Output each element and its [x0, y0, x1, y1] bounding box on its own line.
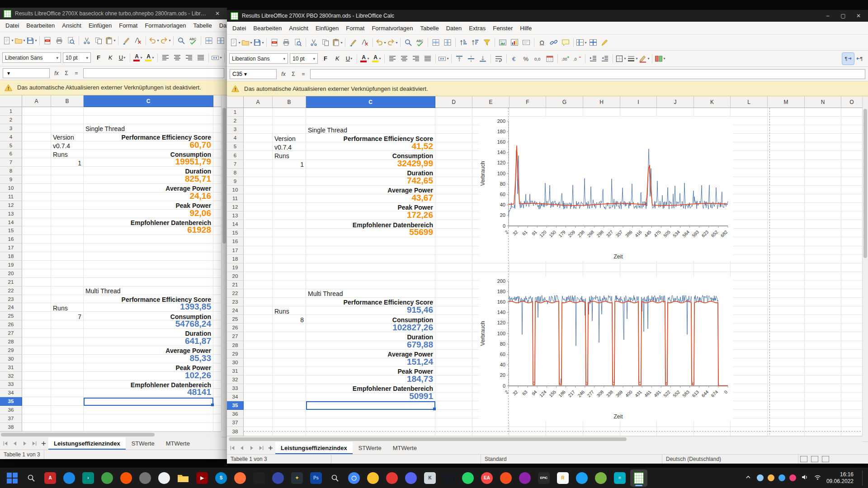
cell-A38[interactable] — [244, 427, 273, 436]
add-sheet-button[interactable] — [266, 442, 275, 454]
justify-button[interactable] — [195, 52, 207, 64]
cell-N2[interactable] — [805, 117, 841, 125]
cell-B38[interactable] — [51, 423, 84, 432]
borders-button[interactable]: ▾ — [615, 53, 627, 65]
cell-M35[interactable] — [768, 401, 805, 410]
cell-D34[interactable] — [435, 393, 472, 401]
cell-L15[interactable] — [731, 229, 768, 237]
row-header-25[interactable]: 25 — [227, 315, 244, 324]
cell-B24[interactable]: Runs — [51, 303, 84, 312]
sheet-nav-first-icon[interactable] — [228, 442, 237, 454]
cell-L6[interactable] — [731, 151, 768, 160]
cell-A31[interactable] — [22, 363, 51, 372]
insert-chart-button[interactable] — [509, 37, 520, 48]
cell-N22[interactable] — [805, 289, 841, 298]
volume-icon[interactable] — [801, 474, 809, 483]
cell-O26[interactable] — [841, 324, 863, 332]
cell-C36[interactable] — [306, 410, 435, 418]
cell-A6[interactable] — [22, 150, 51, 158]
cell-D35[interactable] — [435, 401, 472, 410]
cell-L7[interactable] — [731, 160, 768, 169]
chevron-down-icon[interactable]: ▾ — [169, 38, 170, 42]
cell-A36[interactable] — [244, 410, 273, 418]
taskbar-libreoffice-calc[interactable] — [630, 469, 647, 487]
menu-extras[interactable]: Extras — [465, 23, 489, 33]
center-vertically-button[interactable] — [465, 53, 477, 65]
maximize-button[interactable]: ▢ — [837, 11, 849, 20]
column-header-C[interactable]: C — [84, 95, 213, 107]
cell-M36[interactable] — [768, 410, 805, 418]
cell-O10[interactable] — [841, 186, 863, 194]
chevron-down-icon[interactable]: ▾ — [238, 41, 240, 45]
row-header-25[interactable]: 25 — [0, 312, 22, 320]
left-vertical-scrollbar[interactable] — [221, 95, 227, 432]
cell-O37[interactable] — [841, 418, 863, 427]
cell-A15[interactable] — [22, 226, 51, 235]
cell-D20[interactable] — [435, 272, 472, 281]
special-character-button[interactable]: Ω — [536, 37, 548, 48]
conditional-formatting-button[interactable]: ▾ — [654, 53, 666, 65]
row-header-8[interactable]: 8 — [0, 167, 22, 175]
cell-C11[interactable]: 43,67 — [306, 194, 435, 203]
cell-B20[interactable] — [51, 269, 84, 278]
highlight-color-button[interactable]: A▾ — [371, 53, 382, 65]
cell-B4[interactable]: Version — [51, 133, 84, 141]
cell-B9[interactable] — [273, 177, 306, 186]
digital-signature-icon[interactable] — [822, 456, 829, 462]
align-center-button[interactable] — [171, 52, 183, 64]
sheet-nav-last-icon[interactable] — [29, 437, 38, 450]
cell-O7[interactable] — [841, 160, 863, 169]
cell-N6[interactable] — [805, 151, 841, 160]
cell-O32[interactable] — [841, 375, 863, 384]
open-button[interactable]: ▾ — [241, 37, 253, 48]
cell-M25[interactable] — [768, 315, 805, 324]
cell-C20[interactable] — [84, 269, 213, 278]
cell-B30[interactable] — [51, 355, 84, 363]
taskbar-app-blue-s[interactable]: S — [212, 469, 230, 487]
cell-x12[interactable] — [213, 201, 222, 210]
cell-L18[interactable] — [731, 255, 768, 263]
cell-A32[interactable] — [244, 375, 273, 384]
cell-A16[interactable] — [244, 237, 273, 246]
cell-A31[interactable] — [244, 367, 273, 375]
taskbar-ea[interactable]: EA — [478, 469, 495, 487]
row-header-3[interactable]: 3 — [227, 125, 244, 134]
cell-B28[interactable] — [51, 338, 84, 346]
fill-handle[interactable] — [211, 404, 214, 406]
cell-B26[interactable] — [51, 320, 84, 329]
cell-A33[interactable] — [22, 380, 51, 389]
cell-G19[interactable] — [546, 263, 583, 272]
cell-A5[interactable] — [22, 141, 51, 150]
row-header-16[interactable]: 16 — [0, 235, 22, 244]
right-sheet-area[interactable]: ABCDEFGHIJKLMNO123Single Thread4VersionP… — [227, 96, 863, 436]
taskbar-rockstar[interactable]: R — [554, 469, 571, 487]
row-header-19[interactable]: 19 — [0, 261, 22, 269]
cell-C22[interactable]: Multi Thread — [84, 286, 213, 295]
row-header-24[interactable]: 24 — [227, 306, 244, 315]
cell-O35[interactable] — [841, 401, 863, 410]
cell-C28[interactable]: 641,87 — [84, 338, 213, 346]
cell-A7[interactable] — [22, 158, 51, 167]
cell-C13[interactable]: 172,26 — [306, 211, 435, 220]
row-header-37[interactable]: 37 — [0, 414, 22, 423]
cell-C34[interactable]: 50991 — [306, 393, 435, 401]
cell-x32[interactable] — [213, 372, 222, 380]
cell-N21[interactable] — [805, 281, 841, 289]
right-to-left-button[interactable]: ¶ — [854, 53, 866, 65]
cell-M32[interactable] — [768, 375, 805, 384]
cell-x7[interactable] — [213, 158, 222, 167]
taskbar-app-teal-lines-sq[interactable]: ≡ — [611, 469, 628, 487]
taskbar-app-orange2-round[interactable] — [497, 469, 514, 487]
cell-B18[interactable] — [51, 252, 84, 261]
cell-A18[interactable] — [22, 252, 51, 261]
row-header-32[interactable]: 32 — [227, 375, 244, 384]
cell-B34[interactable] — [51, 389, 84, 397]
cell-C13[interactable]: 92,06 — [84, 210, 213, 218]
cell-M12[interactable] — [768, 203, 805, 211]
cell-x20[interactable] — [213, 269, 222, 278]
cell-O5[interactable] — [841, 142, 863, 151]
row-header-20[interactable]: 20 — [0, 269, 22, 278]
row-header-29[interactable]: 29 — [227, 350, 244, 358]
border-color-button[interactable]: ▾ — [638, 53, 650, 65]
cell-H38[interactable] — [583, 427, 620, 436]
